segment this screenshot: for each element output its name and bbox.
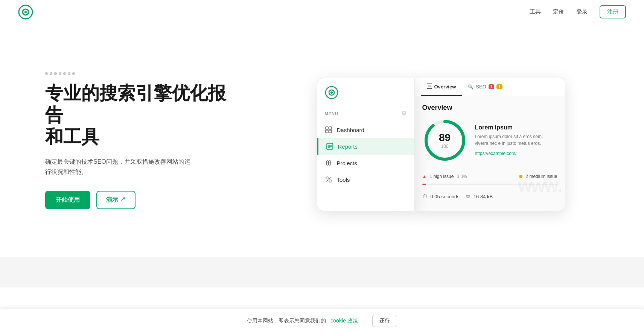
tab-overview-label: Overview <box>434 84 456 90</box>
tab-seo[interactable]: 🔍 SEO 1 1 <box>462 79 509 96</box>
header-nav: 工具 定价 登录 注册 <box>530 5 626 18</box>
header: 工具 定价 登录 注册 <box>0 0 644 24</box>
dot-6 <box>68 72 70 75</box>
menu-item-tools[interactable]: Tools <box>317 171 414 188</box>
menu-item-dashboard[interactable]: Dashboard <box>317 122 414 138</box>
score-desc: Lorem ipsum dolor sit a eros sem, viverr… <box>475 133 557 147</box>
hero-title: 专业的搜索引擎优化报告 和工具 <box>45 82 241 147</box>
hero-illustration: MENU ⚙ Dashboard <box>256 70 626 211</box>
logo <box>18 5 33 20</box>
score-info: Lorem Ipsum Lorem ipsum dolor sit a eros… <box>475 124 557 157</box>
svg-point-14 <box>326 161 329 163</box>
issues-row: ▲ 1 high issue 3.0% 2 medium issue <box>422 169 557 184</box>
projects-icon <box>325 159 332 167</box>
dashboard-icon <box>325 126 332 134</box>
tools-label: Tools <box>337 176 350 183</box>
svg-rect-7 <box>329 127 332 129</box>
svg-point-2 <box>24 11 27 13</box>
nav-login[interactable]: 登录 <box>576 8 588 15</box>
menu-item-reports[interactable]: Reports <box>317 138 414 155</box>
menu-header: MENU ⚙ <box>317 105 414 122</box>
svg-rect-8 <box>326 130 328 133</box>
decorative-dots <box>45 72 241 75</box>
high-issue-label: 1 high issue <box>429 174 454 179</box>
score-title: Lorem Ipsum <box>475 124 557 131</box>
dot-2 <box>50 72 52 75</box>
size-icon: ⚖ <box>466 193 470 199</box>
seo-badge-yellow: 1 <box>496 84 502 89</box>
hero-buttons: 开始使用 演示 ↗ <box>45 191 241 209</box>
score-section: 89 100 Lorem Ipsum Lorem ipsum dolor sit… <box>422 118 557 163</box>
dot-3 <box>54 72 57 75</box>
demo-button[interactable]: 演示 ↗ <box>96 191 135 209</box>
hero-title-line2: 和工具 <box>45 127 99 147</box>
svg-rect-9 <box>329 130 332 133</box>
high-issue-icon: ▲ <box>422 174 427 179</box>
hero-title-line1: 专业的搜索引擎优化报告 <box>45 83 226 125</box>
medium-issue-label: 2 medium issue <box>525 174 557 179</box>
medium-issue-item: 2 medium issue <box>525 174 557 179</box>
hero-text: 专业的搜索引擎优化报告 和工具 确定最关键的技术SEO问题，并采取措施改善网站的… <box>45 72 241 209</box>
start-button[interactable]: 开始使用 <box>45 191 90 209</box>
circle-text: 89 100 <box>439 132 451 149</box>
score-link[interactable]: https://example.com/ <box>475 151 517 156</box>
mockup-right-panel: Overview 🔍 SEO 1 1 Overview <box>415 78 565 211</box>
mockup-tabs: Overview 🔍 SEO 1 1 <box>415 78 565 96</box>
menu-label: MENU <box>325 111 338 116</box>
high-issue-item: 1 high issue <box>429 174 454 179</box>
mockup-logo <box>317 86 414 105</box>
score-value: 89 <box>439 132 451 144</box>
speed-value: 0.05 seconds <box>431 194 460 199</box>
metrics-row: ⏱ 0.05 seconds ⚖ 16.84 kB <box>422 188 557 205</box>
svg-point-18 <box>326 177 328 179</box>
reports-icon <box>326 143 333 150</box>
app-mockup: MENU ⚙ Dashboard <box>317 78 565 211</box>
mockup-logo-icon <box>325 86 338 99</box>
progress-bar-fill <box>422 184 426 185</box>
reports-label: Reports <box>338 143 358 150</box>
svg-point-17 <box>326 163 329 165</box>
metric-size: ⚖ 16.84 kB <box>466 193 493 199</box>
dot-4 <box>59 72 61 75</box>
score-max: 100 <box>439 144 451 149</box>
speed-icon: ⏱ <box>422 193 428 199</box>
svg-point-19 <box>329 180 331 182</box>
overview-tab-icon <box>427 84 432 90</box>
svg-point-5 <box>330 91 333 94</box>
svg-point-16 <box>329 161 331 163</box>
overview-section-title: Overview <box>422 104 557 112</box>
dot-7 <box>72 72 75 75</box>
svg-point-15 <box>329 163 331 165</box>
size-value: 16.84 kB <box>473 194 493 199</box>
seo-badge-red: 1 <box>489 84 495 89</box>
mockup-sidebar: MENU ⚙ Dashboard <box>317 78 415 211</box>
score-circle: 89 100 <box>422 118 467 163</box>
tools-icon <box>325 176 332 183</box>
tab-seo-label: SEO <box>476 84 486 90</box>
dot-5 <box>63 72 66 75</box>
hero-description: 确定最关键的技术SEO问题，并采取措施改善网站的运行状况和性能。 <box>45 157 196 177</box>
dot-1 <box>45 72 48 75</box>
menu-item-projects[interactable]: Projects <box>317 155 414 171</box>
seo-search-icon: 🔍 <box>468 84 473 90</box>
progress-bar-container <box>422 184 557 185</box>
projects-label: Projects <box>337 160 357 166</box>
high-issue-percent: 3.0% <box>457 174 516 179</box>
tab-overview[interactable]: Overview <box>421 78 462 96</box>
hero-section: 专业的搜索引擎优化报告 和工具 确定最关键的技术SEO问题，并采取措施改善网站的… <box>0 24 644 257</box>
logo-icon <box>18 5 33 20</box>
nav-tools[interactable]: 工具 <box>530 8 541 15</box>
menu-settings-icon: ⚙ <box>401 110 407 117</box>
metric-speed: ⏱ 0.05 seconds <box>422 193 460 199</box>
dashboard-label: Dashboard <box>337 127 364 133</box>
overview-content: Overview 89 100 <box>415 96 565 211</box>
medium-issue-icon <box>519 175 522 178</box>
svg-rect-6 <box>326 127 328 129</box>
nav-pricing[interactable]: 定价 <box>553 8 564 15</box>
bottom-bg <box>0 257 644 287</box>
register-button[interactable]: 注册 <box>600 5 626 18</box>
